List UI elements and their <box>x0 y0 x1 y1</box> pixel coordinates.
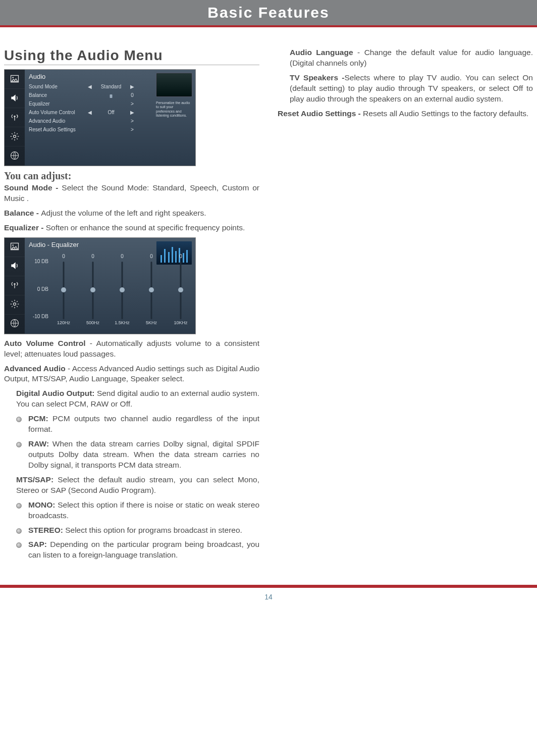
eq-yaxis: 10 DB 0 DB -10 DB <box>27 254 49 319</box>
row-value: Off <box>93 110 129 115</box>
row-value: Standard <box>93 84 129 89</box>
row-label: Equalizer <box>29 101 87 107</box>
eq-slider[interactable]: 0 <box>172 254 189 319</box>
osd-tab-channel[interactable] <box>5 108 25 127</box>
row-label: Balance <box>29 92 87 98</box>
arrow-right-icon[interactable]: ▶ <box>129 110 135 115</box>
speaker-icon <box>10 261 20 272</box>
eq-slider-value: 0 <box>150 254 153 259</box>
osd-tab-channel[interactable] <box>5 276 25 295</box>
gear-icon <box>10 131 20 142</box>
p-sound-mode: Sound Mode - Select the Sound Mode: Stan… <box>4 183 259 204</box>
svg-point-1 <box>14 115 15 117</box>
speaker-icon <box>10 93 20 104</box>
eq-slider-knob[interactable] <box>149 287 154 292</box>
eq-slider[interactable]: 0 <box>84 254 101 319</box>
row-value: 0 <box>129 92 135 98</box>
osd-tab-setup[interactable] <box>5 127 25 146</box>
osd-equalizer: Audio - Equalizer 10 DB 0 DB -10 DB 0000… <box>4 237 196 334</box>
svg-point-6 <box>14 303 16 306</box>
p-balance: Balance - Adjust the volume of the left … <box>4 208 259 219</box>
p-digital-audio-output: Digital Audio Output: Send digital audio… <box>4 388 259 410</box>
arrow-left-icon[interactable]: ◀ <box>87 84 93 89</box>
row-label: Reset Audio Settings <box>29 127 87 132</box>
li-mono: MONO: Select this option if there is noi… <box>16 500 259 521</box>
eq-body: Audio - Equalizer 10 DB 0 DB -10 DB 0000… <box>25 238 195 334</box>
eq-slider-value: 0 <box>179 254 182 259</box>
p-tv-speakers: TV Speakers -Selects where to play TV au… <box>278 73 533 105</box>
osd-tab-network[interactable] <box>5 146 25 166</box>
osd-tab-network[interactable] <box>5 315 25 334</box>
eq-slider-knob[interactable] <box>90 287 95 292</box>
osd-preview-thumb <box>156 73 192 97</box>
picture-icon <box>10 241 20 253</box>
svg-point-0 <box>12 77 14 78</box>
eq-slider-value: 0 <box>62 254 65 259</box>
osd-audio-menu: Personalize the audio to suit your prefe… <box>4 69 196 166</box>
eq-xlabel: 5KHz <box>143 320 160 325</box>
antenna-icon <box>10 112 20 123</box>
li-raw: RAW: When the data stream carries Dolby … <box>16 439 259 471</box>
globe-icon <box>10 150 20 162</box>
osd-tab-picture[interactable] <box>5 238 25 257</box>
osd-tab-bar <box>5 70 25 166</box>
eq-ytick-bot: -10 DB <box>33 314 48 319</box>
eq-ytick-top: 10 DB <box>34 259 48 264</box>
p-advanced-audio: Advanced Audio - Access Advanced Audio s… <box>4 364 259 385</box>
chevron-right-icon[interactable]: > <box>129 101 135 107</box>
subhead-you-can-adjust: You can adjust: <box>4 170 259 182</box>
eq-slider-value: 0 <box>121 254 124 259</box>
chevron-right-icon[interactable]: > <box>129 118 135 124</box>
eq-ytick-mid: 0 DB <box>37 286 48 291</box>
eq-xlabel: 120Hz <box>55 320 72 325</box>
right-column: Audio Language - Change the default valu… <box>278 47 533 565</box>
li-stereo: STEREO: Select this option for programs … <box>16 525 259 536</box>
page-header: Basic Features <box>0 0 537 27</box>
section-title: Using the Audio Menu <box>4 47 259 65</box>
picture-icon <box>10 74 20 85</box>
left-column: Using the Audio Menu Personalize the aud… <box>4 47 259 565</box>
osd-tab-setup[interactable] <box>5 295 25 315</box>
eq-chart: 10 DB 0 DB -10 DB 00000 <box>52 254 192 319</box>
globe-icon <box>10 318 20 329</box>
arrow-left-icon[interactable]: ◀ <box>87 110 93 115</box>
p-audio-language: Audio Language - Change the default valu… <box>278 47 533 69</box>
page-number: 14 <box>0 588 537 611</box>
eq-slider[interactable]: 0 <box>143 254 160 319</box>
row-label: Auto Volume Control <box>29 110 87 115</box>
osd-tab-sound[interactable] <box>5 257 25 276</box>
eq-slider-value: 0 <box>91 254 94 259</box>
page-content: Using the Audio Menu Personalize the aud… <box>0 27 537 565</box>
arrow-right-icon[interactable]: ▶ <box>129 84 135 89</box>
svg-point-5 <box>14 283 15 285</box>
li-pcm: PCM: PCM outputs two channel audio regar… <box>16 414 259 435</box>
osd-row-reset[interactable]: Reset Audio Settings > <box>29 125 195 134</box>
gear-icon <box>10 299 20 310</box>
chevron-right-icon[interactable]: > <box>129 127 135 132</box>
eq-xlabel: 1.5KHz <box>114 320 131 325</box>
eq-xlabels: 120Hz500Hz1.5KHz5KHz10KHz <box>52 320 192 325</box>
osd-body: Personalize the audio to suit your prefe… <box>25 70 195 166</box>
eq-slider-knob[interactable] <box>61 287 66 292</box>
eq-xlabel: 10KHz <box>172 320 189 325</box>
row-label: Sound Mode <box>29 84 87 89</box>
eq-xlabel: 500Hz <box>84 320 101 325</box>
p-mts-sap: MTS/SAP: Select the default audio stream… <box>4 475 259 496</box>
p-reset-audio: Reset Audio Settings - Resets all Audio … <box>278 109 533 119</box>
osd-tab-picture[interactable] <box>5 70 25 89</box>
antenna-icon <box>10 280 20 291</box>
osd-tab-sound[interactable] <box>5 89 25 108</box>
eq-slider-knob[interactable] <box>120 287 125 292</box>
row-label: Advanced Audio <box>29 118 87 124</box>
li-sap: SAP: Depending on the particular program… <box>16 539 259 561</box>
osd-help-text: Personalize the audio to suit your prefe… <box>156 101 192 118</box>
p-equalizer: Equalizer - Soften or enhance the sound … <box>4 223 259 233</box>
svg-point-2 <box>14 135 16 137</box>
eq-slider-knob[interactable] <box>178 287 183 292</box>
eq-slider[interactable]: 0 <box>114 254 131 319</box>
page-header-title: Basic Features <box>207 4 329 21</box>
eq-slider[interactable]: 0 <box>55 254 72 319</box>
svg-point-4 <box>12 244 14 246</box>
osd-tab-bar <box>5 238 25 334</box>
p-avc: Auto Volume Control - Automatically adju… <box>4 338 259 360</box>
